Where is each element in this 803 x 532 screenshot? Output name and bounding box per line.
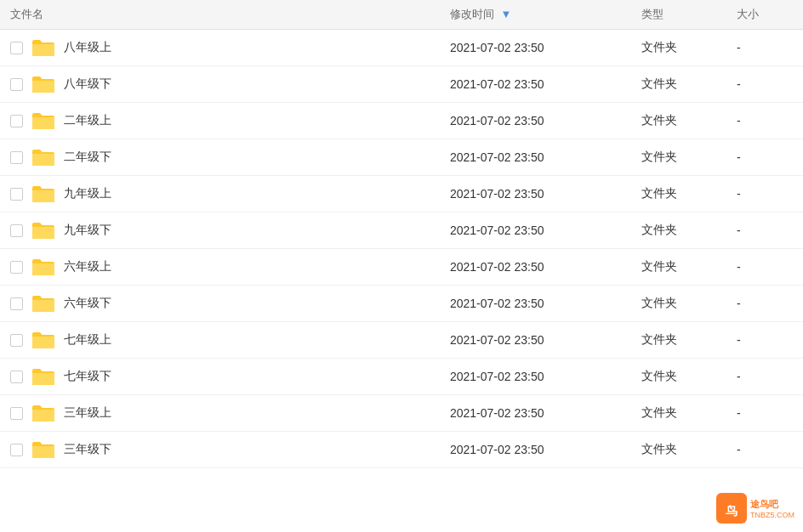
folder-icon — [31, 331, 55, 349]
file-name: 九年级下 — [64, 223, 111, 238]
cell-type: 文件夹 — [631, 432, 726, 468]
cell-type: 文件夹 — [631, 176, 726, 212]
cell-type: 文件夹 — [631, 395, 726, 432]
col-header-type[interactable]: 类型 — [631, 0, 726, 30]
folder-icon — [31, 258, 55, 276]
cell-size: - — [726, 432, 803, 468]
table-row[interactable]: 八年级下 2021-07-02 23:50 文件夹 - — [0, 66, 803, 103]
svg-text:鸟: 鸟 — [726, 504, 738, 518]
row-checkbox[interactable] — [10, 151, 23, 164]
row-checkbox[interactable] — [10, 297, 23, 310]
cell-size: - — [726, 395, 803, 432]
col-type-label: 类型 — [641, 8, 663, 20]
cell-type: 文件夹 — [631, 66, 726, 103]
cell-name: 九年级上 — [0, 176, 440, 212]
table-row[interactable]: 七年级上 2021-07-02 23:50 文件夹 - — [0, 322, 803, 359]
file-name: 六年级上 — [64, 259, 111, 274]
table-row[interactable]: 二年级下 2021-07-02 23:50 文件夹 - — [0, 139, 803, 176]
file-name: 二年级下 — [64, 150, 111, 165]
table-row[interactable]: 九年级下 2021-07-02 23:50 文件夹 - — [0, 212, 803, 249]
cell-modified: 2021-07-02 23:50 — [440, 286, 631, 322]
cell-modified: 2021-07-02 23:50 — [440, 322, 631, 359]
file-name: 三年级下 — [64, 442, 111, 457]
cell-type: 文件夹 — [631, 30, 726, 66]
row-checkbox[interactable] — [10, 78, 23, 91]
table-row[interactable]: 二年级上 2021-07-02 23:50 文件夹 - — [0, 103, 803, 139]
file-name: 二年级上 — [64, 113, 111, 128]
row-checkbox[interactable] — [10, 444, 23, 456]
cell-name: 二年级下 — [0, 139, 440, 176]
cell-name: 八年级下 — [0, 66, 440, 103]
folder-icon — [31, 184, 55, 203]
folder-icon — [31, 404, 55, 422]
row-checkbox[interactable] — [10, 188, 23, 201]
file-name: 九年级上 — [64, 186, 111, 201]
cell-size: - — [726, 322, 803, 359]
cell-modified: 2021-07-02 23:50 — [440, 212, 631, 249]
cell-name: 二年级上 — [0, 103, 440, 139]
cell-size: - — [726, 286, 803, 322]
table-row[interactable]: 六年级下 2021-07-02 23:50 文件夹 - — [0, 286, 803, 322]
row-checkbox[interactable] — [10, 371, 23, 383]
cell-name: 九年级下 — [0, 212, 440, 249]
row-checkbox[interactable] — [10, 261, 23, 274]
cell-type: 文件夹 — [631, 139, 726, 176]
cell-size: - — [726, 103, 803, 139]
file-name: 八年级上 — [64, 40, 111, 55]
cell-modified: 2021-07-02 23:50 — [440, 66, 631, 103]
col-size-label: 大小 — [737, 8, 759, 20]
cell-size: - — [726, 30, 803, 66]
cell-modified: 2021-07-02 23:50 — [440, 103, 631, 139]
folder-icon — [31, 221, 55, 240]
file-name: 七年级下 — [64, 369, 111, 384]
cell-name: 三年级上 — [0, 395, 440, 432]
folder-icon — [31, 38, 55, 57]
cell-type: 文件夹 — [631, 103, 726, 139]
cell-modified: 2021-07-02 23:50 — [440, 139, 631, 176]
watermark: 鸟 途鸟吧 TNBZ5.COM — [716, 493, 794, 524]
cell-modified: 2021-07-02 23:50 — [440, 395, 631, 432]
row-checkbox[interactable] — [10, 407, 23, 420]
cell-name: 七年级上 — [0, 322, 440, 359]
cell-name: 六年级上 — [0, 249, 440, 286]
table-row[interactable]: 六年级上 2021-07-02 23:50 文件夹 - — [0, 249, 803, 286]
cell-modified: 2021-07-02 23:50 — [440, 432, 631, 468]
folder-icon — [31, 367, 55, 386]
cell-name: 八年级上 — [0, 30, 440, 66]
cell-name: 六年级下 — [0, 286, 440, 322]
folder-icon — [31, 294, 55, 313]
cell-type: 文件夹 — [631, 249, 726, 286]
folder-icon — [31, 75, 55, 93]
file-name: 七年级上 — [64, 332, 111, 348]
cell-size: - — [726, 212, 803, 249]
cell-size: - — [726, 66, 803, 103]
cell-type: 文件夹 — [631, 359, 726, 395]
sort-indicator: ▼ — [501, 8, 512, 20]
col-header-size[interactable]: 大小 — [726, 0, 803, 30]
cell-name: 七年级下 — [0, 359, 440, 395]
file-list-table: 文件名 修改时间 ▼ 类型 大小 — [0, 0, 803, 468]
cell-modified: 2021-07-02 23:50 — [440, 359, 631, 395]
table-row[interactable]: 八年级上 2021-07-02 23:50 文件夹 - — [0, 30, 803, 66]
col-header-modified[interactable]: 修改时间 ▼ — [440, 0, 631, 30]
table-row[interactable]: 七年级下 2021-07-02 23:50 文件夹 - — [0, 359, 803, 395]
col-header-name[interactable]: 文件名 — [0, 0, 440, 30]
row-checkbox[interactable] — [10, 115, 23, 127]
table-row[interactable]: 三年级下 2021-07-02 23:50 文件夹 - — [0, 432, 803, 468]
folder-icon — [31, 111, 55, 130]
table-row[interactable]: 九年级上 2021-07-02 23:50 文件夹 - — [0, 176, 803, 212]
row-checkbox[interactable] — [10, 334, 23, 347]
row-checkbox[interactable] — [10, 42, 23, 54]
cell-size: - — [726, 139, 803, 176]
file-name: 六年级下 — [64, 296, 111, 311]
watermark-text: 途鸟吧 TNBZ5.COM — [750, 498, 794, 519]
cell-size: - — [726, 249, 803, 286]
watermark-logo: 鸟 — [716, 493, 747, 524]
table-row[interactable]: 三年级上 2021-07-02 23:50 文件夹 - — [0, 395, 803, 432]
row-checkbox[interactable] — [10, 224, 23, 237]
cell-type: 文件夹 — [631, 286, 726, 322]
cell-modified: 2021-07-02 23:50 — [440, 30, 631, 66]
cell-size: - — [726, 359, 803, 395]
cell-modified: 2021-07-02 23:50 — [440, 176, 631, 212]
cell-type: 文件夹 — [631, 322, 726, 359]
